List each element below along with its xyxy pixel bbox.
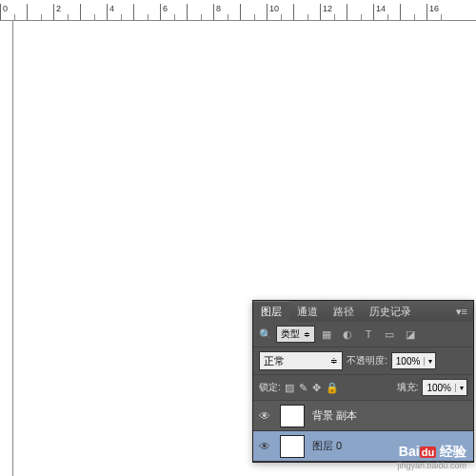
ruler-tick: 14 [373,4,400,20]
chevron-down-icon: ≑ [304,330,310,339]
opacity-value: 100% [392,356,425,367]
filter-type-dropdown[interactable]: 类型 ≑ [276,326,315,343]
fill-label: 填充: [397,381,419,394]
layer-name: 背景 副本 [312,408,357,423]
text-filter-icon[interactable]: T [361,327,376,341]
blend-row: 正常 ≑ 不透明度: 100% ▾ [253,347,473,375]
ruler-tick: 0 [0,4,27,20]
ruler-tick [133,4,160,20]
lock-row: 锁定: ▨ ✎ ✥ 🔒 填充: 100% ▾ [253,375,473,401]
smart-filter-icon[interactable]: ◪ [403,327,418,341]
fill-value: 100% [423,383,455,393]
chevron-down-icon: ≑ [330,356,338,366]
tab-layers[interactable]: 图层 [253,301,289,322]
ruler-tick [187,4,213,20]
lock-transparent-icon[interactable]: ▨ [285,382,294,394]
ruler-tick: 16 [426,4,453,20]
fill-spinner[interactable]: 100% ▾ [422,379,467,396]
ruler-tick [293,4,320,20]
watermark: Baidu 经验 jingyan.baidu.com [397,444,466,470]
shape-filter-icon[interactable]: ▭ [382,327,397,341]
image-filter-icon[interactable]: ▦ [319,327,334,341]
ruler-tick: 8 [213,4,240,20]
filter-label: 类型 [281,327,300,341]
tab-channels[interactable]: 通道 [289,302,326,322]
tab-history[interactable]: 历史记录 [362,302,419,322]
ruler-tick: 4 [107,4,133,20]
visibility-icon[interactable]: 👁 [259,440,272,453]
blend-mode-dropdown[interactable]: 正常 ≑ [259,351,343,370]
lock-icons: ▨ ✎ ✥ 🔒 [285,382,339,394]
ruler-tick [347,4,373,20]
layer-row[interactable]: 👁背景 副本 [253,401,473,431]
search-icon: 🔍 [259,328,272,341]
layer-name: 图层 0 [312,439,342,453]
blend-mode-value: 正常 [264,354,285,368]
panel-menu-icon[interactable]: ▾≡ [450,306,473,318]
ruler-tick [240,4,267,20]
filter-row: 🔍 类型 ≑ ▦ ◐ T ▭ ◪ [253,322,473,347]
lock-label: 锁定: [259,381,281,394]
adjust-filter-icon[interactable]: ◐ [340,327,355,341]
layer-thumbnail[interactable] [280,405,305,427]
lock-move-icon[interactable]: ✥ [312,382,321,394]
filter-icons: ▦ ◐ T ▭ ◪ [319,327,418,341]
ruler-tick: 10 [267,4,293,20]
chevron-down-icon: ▾ [455,384,466,392]
layer-thumbnail[interactable] [280,435,305,458]
visibility-icon[interactable]: 👁 [259,409,272,423]
horizontal-ruler: 0246810121416 [0,4,476,21]
ruler-tick: 6 [160,4,187,20]
ruler-tick: 12 [320,4,347,20]
tab-paths[interactable]: 路径 [326,302,362,322]
ruler-tick: 2 [53,4,80,20]
opacity-spinner[interactable]: 100% ▾ [391,352,437,369]
lock-paint-icon[interactable]: ✎ [299,382,307,394]
layers-panel: 图层 通道 路径 历史记录 ▾≡ 🔍 类型 ≑ ▦ ◐ T ▭ ◪ 正常 ≑ 不… [252,300,474,463]
panel-tabs: 图层 通道 路径 历史记录 ▾≡ [253,301,473,322]
vertical-ruler [0,21,13,476]
ruler-tick [27,4,53,20]
opacity-label: 不透明度: [347,354,387,367]
lock-all-icon[interactable]: 🔒 [326,382,339,394]
ruler-tick [80,4,107,20]
ruler-tick [400,4,426,20]
chevron-down-icon: ▾ [424,357,435,366]
